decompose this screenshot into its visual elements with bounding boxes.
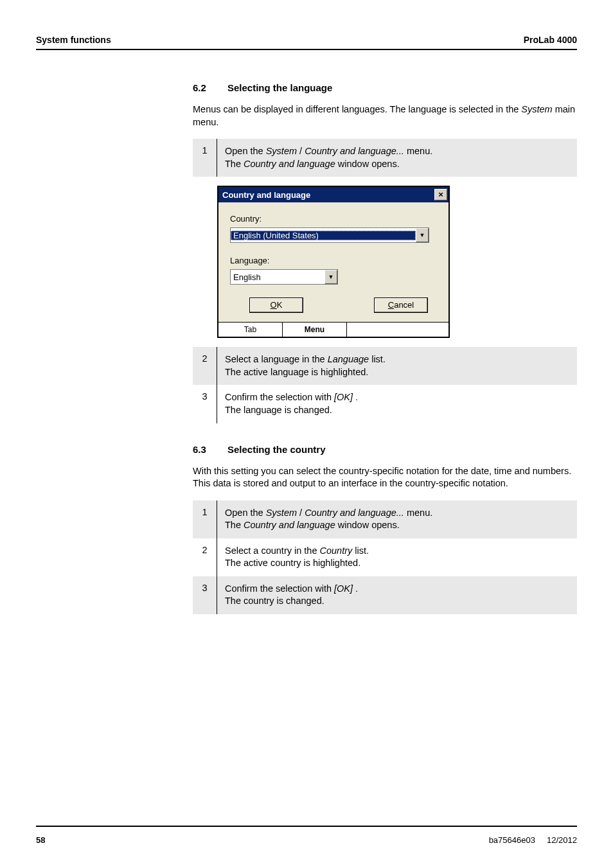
country-combo-value: English (United States) — [231, 231, 416, 240]
chevron-down-icon[interactable]: ▼ — [416, 228, 429, 242]
dialog-title: Country and language — [222, 190, 310, 200]
step-63-1: 1 Open the System / Country and language… — [193, 500, 577, 538]
chevron-down-icon[interactable]: ▼ — [324, 270, 337, 284]
close-icon[interactable]: × — [434, 189, 447, 200]
step-63-2: 2 Select a country in the Country list.T… — [193, 538, 577, 576]
tab-button[interactable]: Tab — [218, 323, 283, 337]
step-62-2: 2 Select a language in the Language list… — [193, 347, 577, 385]
doc-id: ba75646e03 — [489, 835, 535, 845]
ok-button[interactable]: OK — [249, 297, 303, 313]
cancel-button[interactable]: Cancel — [374, 297, 428, 313]
dialog-titlebar: Country and language × — [218, 187, 449, 202]
page-header: System functions ProLab 4000 — [36, 35, 577, 50]
menu-button[interactable]: Menu — [283, 323, 347, 337]
page-footer: 58 ba75646e03 12/2012 — [36, 835, 577, 845]
language-label: Language: — [230, 256, 437, 265]
country-label: Country: — [230, 214, 437, 224]
country-combo[interactable]: English (United States) ▼ — [230, 227, 429, 243]
dialog-tabs: Tab Menu — [218, 322, 449, 337]
section-62-intro: Menus can be displayed in different lang… — [193, 103, 577, 128]
step-63-3: 3 Confirm the selection with [OK] .The c… — [193, 576, 577, 614]
language-combo[interactable]: English ▼ — [230, 269, 338, 285]
dialog-country-and-language: Country and language × Country: English … — [217, 186, 450, 338]
doc-date: 12/2012 — [547, 835, 577, 845]
header-left: System functions — [36, 35, 111, 45]
step-62-3: 3 Confirm the selection with [OK] .The l… — [193, 385, 577, 423]
footer-rule — [36, 826, 577, 827]
language-combo-value: English — [231, 272, 324, 282]
header-right: ProLab 4000 — [524, 35, 577, 45]
section-heading-63: 6.3Selecting the country — [193, 444, 577, 455]
section-63-intro: With this setting you can select the cou… — [193, 465, 577, 490]
page-number: 58 — [36, 835, 45, 845]
section-heading-62: 6.2Selecting the language — [193, 82, 577, 93]
step-62-1: 1 Open the System / Country and language… — [193, 139, 577, 177]
